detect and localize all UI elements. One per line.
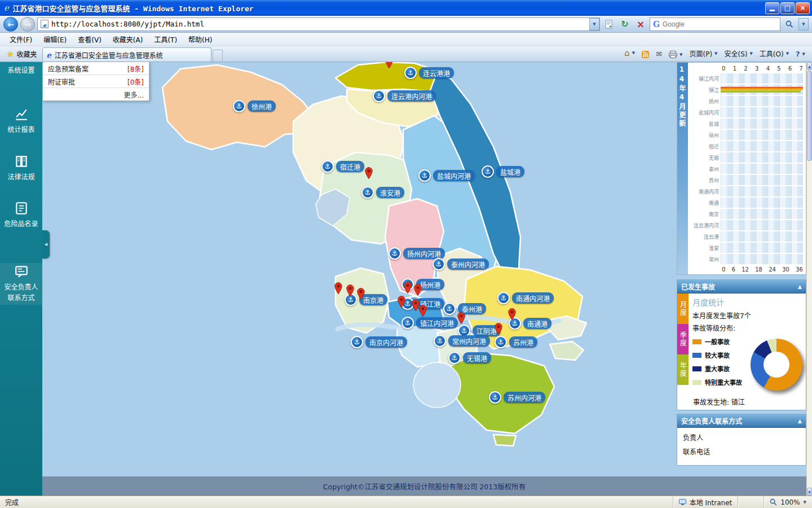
port-marker[interactable]: ⚓盐城内河港	[418, 169, 475, 182]
vertical-scrollbar[interactable]: ▲ ▼	[806, 62, 812, 496]
collapse-up-icon[interactable]: ▲	[798, 284, 802, 290]
chart-row-label: 徐州	[689, 132, 721, 139]
accident-pin[interactable]	[356, 288, 365, 300]
port-marker[interactable]: ⚓淮安港	[361, 186, 404, 199]
search-button[interactable]	[783, 17, 796, 31]
search-input[interactable]	[663, 20, 777, 28]
port-label: 宿迁港	[336, 161, 364, 172]
command-button[interactable]: 工具(O)▼	[756, 47, 792, 62]
port-marker[interactable]: ⚓徐州港	[233, 100, 276, 112]
chart-row-label: 宿迁	[689, 143, 721, 150]
sidebar-collapse-handle[interactable]: ◀	[42, 230, 50, 259]
port-marker[interactable]: ⚓常州内河港	[434, 335, 490, 347]
command-button[interactable]: 页面(P)▼	[686, 47, 721, 62]
print-button[interactable]: ▼	[665, 49, 686, 62]
accident-pin[interactable]	[397, 296, 406, 308]
menu-item[interactable]: 帮助(H)	[183, 33, 217, 46]
menu-item[interactable]: 工具(T)	[149, 33, 182, 46]
sidebar-item-0[interactable]: 系统设置	[0, 64, 42, 77]
refresh-icon: ↻	[621, 19, 628, 29]
search-box[interactable]: G	[650, 17, 780, 31]
anchor-icon: ⚓	[418, 169, 431, 182]
minimize-button[interactable]	[765, 2, 779, 14]
page-tab[interactable]: e 江苏省港口安全监管与应急管理系统	[42, 47, 211, 62]
stop-button[interactable]: ×	[634, 17, 647, 31]
close-button[interactable]: ×	[796, 2, 810, 14]
menu-item[interactable]: 查看(V)	[73, 33, 107, 46]
scroll-down-button[interactable]: ▼	[807, 488, 812, 496]
compatibility-view-button[interactable]	[602, 17, 616, 31]
new-tab-button[interactable]	[213, 50, 223, 62]
accident-pin[interactable]	[418, 305, 427, 317]
scrollbar-thumb[interactable]	[807, 71, 812, 161]
port-label: 南通港	[523, 318, 551, 329]
accident-pin[interactable]	[364, 167, 373, 179]
restore-button[interactable]: □	[780, 2, 795, 14]
port-marker[interactable]: ⚓宿迁港	[321, 160, 364, 173]
address-field[interactable]: e ▼	[37, 17, 600, 31]
read-mail-button[interactable]: ✉	[652, 48, 665, 62]
scrollbar-track[interactable]	[807, 161, 812, 488]
help-button[interactable]: ?▼	[792, 48, 809, 62]
accident-panel-header[interactable]: 已发生事故 ▲	[677, 280, 806, 294]
menu-item[interactable]: 收藏夹(A)	[108, 33, 148, 46]
port-marker[interactable]: ⚓盐城港	[482, 165, 524, 178]
menu-item[interactable]: 编辑(E)	[38, 33, 72, 46]
ie-logo-icon: e	[4, 3, 10, 13]
port-marker[interactable]: ⚓连云港港	[404, 67, 454, 79]
accident-pin[interactable]	[494, 323, 503, 335]
accident-pin[interactable]	[385, 62, 394, 69]
quick-task-row[interactable]: 应急预案备案[8条]	[43, 62, 149, 75]
port-marker[interactable]: ⚓苏州内河港	[489, 391, 545, 404]
sidebar-item-1[interactable]: 统计报表	[0, 106, 42, 137]
port-marker[interactable]: ⚓无锡港	[448, 352, 491, 364]
accident-pin[interactable]	[413, 284, 422, 296]
port-label: 泰州内河港	[447, 259, 489, 270]
search-dropdown-button[interactable]: ▼	[798, 18, 809, 30]
accident-tab-年度[interactable]: 年度	[677, 354, 689, 385]
port-marker[interactable]: ⚓南通内河港	[497, 292, 554, 304]
accident-pin[interactable]	[346, 284, 355, 297]
accident-pin[interactable]	[403, 282, 412, 294]
search-icon	[785, 20, 793, 28]
scroll-up-button[interactable]: ▲	[807, 62, 812, 70]
contact-panel-header[interactable]: 安全负责人联系方式 ▲	[677, 414, 806, 428]
port-marker[interactable]: ⚓镇江内河港	[401, 317, 458, 329]
address-dropdown-button[interactable]: ▼	[589, 18, 599, 30]
accident-tab-月度[interactable]: 月度	[677, 294, 689, 324]
sidebar-item-3[interactable]: 危险品名录	[0, 200, 42, 231]
quick-task-row[interactable]: 附证审批[0条]	[43, 75, 149, 88]
port-label: 南通内河港	[512, 292, 554, 304]
menu-item[interactable]: 文件(F)	[5, 33, 37, 46]
port-label: 苏州内河港	[504, 392, 545, 403]
map-area[interactable]: ⚓连云港港⚓连云港内河港⚓徐州港⚓宿迁港⚓淮安港⚓盐城内河港⚓盐城港⚓扬州内河港…	[42, 62, 806, 496]
accident-pin[interactable]	[334, 282, 343, 295]
home-button[interactable]: ⌂▼	[621, 46, 638, 62]
chart-top-axis: 01234567	[689, 64, 803, 72]
zoom-segment[interactable]: 100% ▼	[764, 496, 812, 508]
contact-panel-body: 负责人联系电话	[677, 428, 806, 456]
stop-icon: ×	[637, 19, 645, 30]
accident-tab-季度[interactable]: 季度	[677, 324, 689, 354]
accident-pin[interactable]	[508, 308, 517, 321]
url-input[interactable]	[51, 20, 586, 28]
port-marker[interactable]: ⚓南京内河港	[351, 336, 407, 348]
dropdown-icon: ▼	[804, 500, 806, 505]
sidebar-item-4[interactable]: 安全负责人联系方式	[0, 263, 42, 304]
command-button[interactable]: 安全(S)▼	[721, 47, 756, 62]
favorites-button[interactable]: ★ 收藏夹	[3, 47, 42, 62]
port-marker[interactable]: ⚓泰州内河港	[433, 258, 489, 270]
forward-button[interactable]: →	[20, 17, 35, 32]
back-button[interactable]: ←	[3, 17, 18, 32]
quick-task-more-link[interactable]: 更多...	[43, 88, 149, 100]
accident-pin[interactable]	[457, 312, 466, 325]
sidebar-item-2[interactable]: 法律法规	[0, 153, 42, 184]
port-marker[interactable]: ⚓连云港内河港	[373, 90, 436, 102]
feeds-button[interactable]	[638, 49, 652, 62]
refresh-button[interactable]: ↻	[618, 17, 632, 31]
port-marker[interactable]: ⚓苏州港	[495, 336, 537, 348]
minimize-icon	[770, 10, 775, 11]
collapse-up-icon[interactable]: ▲	[798, 418, 802, 424]
chart-row-label: 苏州	[689, 177, 721, 184]
port-label: 连云港内河港	[387, 90, 436, 102]
